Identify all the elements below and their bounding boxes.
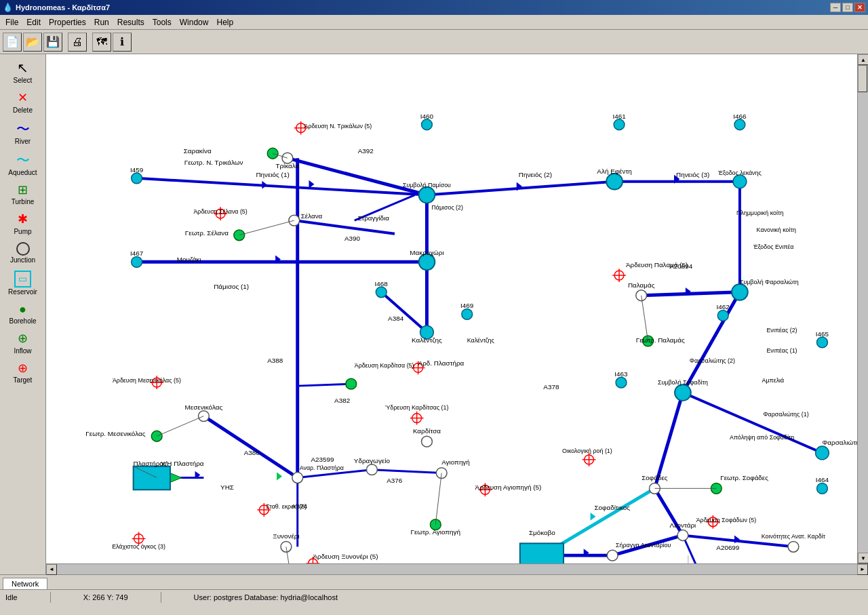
svg-text:Αλή Εφέντη: Αλή Εφέντη xyxy=(597,167,631,175)
save-button[interactable]: 💾 xyxy=(43,33,62,52)
pump-label: Pump xyxy=(14,228,31,235)
svg-point-111 xyxy=(677,530,688,541)
svg-text:Ενιπέας (2): Ενιπέας (2) xyxy=(766,327,797,334)
svg-text:Φαρσαλιώτης: Φαρσαλιώτης xyxy=(822,439,857,446)
svg-text:I469: I469 xyxy=(460,302,474,310)
svg-text:A386: A386 xyxy=(244,449,260,456)
svg-text:Ελάχιστος όγκος (3): Ελάχιστος όγκος (3) xyxy=(112,543,165,550)
minimize-button[interactable]: ─ xyxy=(830,3,841,12)
open-button[interactable]: 📂 xyxy=(23,33,42,52)
svg-rect-134 xyxy=(134,467,170,490)
scroll-track-h xyxy=(57,564,857,574)
svg-point-85 xyxy=(422,119,433,130)
svg-text:A382: A382 xyxy=(334,397,350,404)
status-coords: X: 266 Y: 749 xyxy=(83,593,128,601)
svg-text:Σταθ. εκροή (8): Σταθ. εκροή (8) xyxy=(266,503,307,510)
status-user-info: User: postgres Database: hydria@localhos… xyxy=(194,593,338,601)
scroll-left-button[interactable]: ◄ xyxy=(46,564,57,575)
svg-text:Φαρσαλιώτης (2): Φαρσαλιώτης (2) xyxy=(690,357,735,364)
svg-text:A23507: A23507 xyxy=(691,563,714,563)
svg-rect-136 xyxy=(520,543,564,563)
menu-edit[interactable]: Edit xyxy=(22,16,45,28)
svg-text:Μακρυχώρι: Μακρυχώρι xyxy=(410,249,443,256)
svg-text:Σμόκοβο: Σμόκοβο xyxy=(529,529,555,536)
svg-text:Καλέντζης: Καλέντζης xyxy=(412,336,442,344)
menu-tools[interactable]: Tools xyxy=(149,16,176,28)
svg-text:Άρδευση Αγιοπηγή (5): Άρδευση Αγιοπηγή (5) xyxy=(475,483,542,491)
delete-tool[interactable]: ✕ Delete xyxy=(3,88,43,117)
menu-help[interactable]: Help xyxy=(212,16,237,28)
svg-point-97 xyxy=(732,284,748,300)
svg-text:Πάμισος (1): Πάμισος (1) xyxy=(214,283,249,290)
app-title: Hydronomeas - Καρδίτσα7 xyxy=(16,3,830,12)
menu-bar: File Edit Properties Run Results Tools W… xyxy=(0,15,868,30)
aqueduct-tool[interactable]: 〜 Aqueduct xyxy=(3,149,43,179)
scroll-up-button[interactable]: ▲ xyxy=(858,54,868,65)
svg-text:Γεωτρ. Μεσενικόλας: Γεωτρ. Μεσενικόλας xyxy=(85,430,145,437)
svg-text:Καλέντζης: Καλέντζης xyxy=(467,337,494,344)
svg-text:I461: I461 xyxy=(612,113,626,120)
svg-text:Υδραγωγείο: Υδραγωγείο xyxy=(354,457,391,464)
horizontal-scrollbar[interactable]: ◄ ► xyxy=(46,563,868,574)
reservoir-label: Reservoir xyxy=(8,288,37,296)
window-buttons[interactable]: ─ □ ✕ xyxy=(830,3,865,12)
svg-text:Καρδίτσα: Καρδίτσα xyxy=(413,427,441,435)
svg-text:Άρδευση Ξυνονέρι (5): Άρδευση Ξυνονέρι (5) xyxy=(313,553,378,560)
svg-text:Συμβολή Παμίσου: Συμβολή Παμίσου xyxy=(403,182,451,189)
svg-text:A23599: A23599 xyxy=(311,456,334,463)
svg-text:Μεσενικόλας: Μεσενικόλας xyxy=(185,403,223,411)
svg-point-104 xyxy=(292,473,303,483)
svg-text:I459: I459 xyxy=(130,166,144,174)
maximize-button[interactable]: □ xyxy=(842,3,853,12)
svg-text:Γεωτρ. Ν. Τρικάλων: Γεωτρ. Ν. Τρικάλων xyxy=(184,159,243,166)
select-tool[interactable]: ↖ Select xyxy=(3,57,43,87)
svg-point-92 xyxy=(132,256,142,267)
svg-text:A20699: A20699 xyxy=(716,544,740,551)
svg-text:Ενιπέας (1): Ενιπέας (1) xyxy=(766,347,797,354)
scroll-right-button[interactable]: ► xyxy=(857,564,868,575)
vertical-scrollbar[interactable]: ▲ ▼ xyxy=(857,54,868,563)
title-bar: 💧 Hydronomeas - Καρδίτσα7 ─ □ ✕ xyxy=(0,0,868,15)
river-tool[interactable]: 〜 River xyxy=(3,118,43,148)
svg-point-102 xyxy=(198,411,209,422)
menu-run[interactable]: Run xyxy=(90,16,113,28)
tab-network[interactable]: Network xyxy=(3,578,47,589)
inflow-tool[interactable]: ⊕ Inflow xyxy=(3,329,43,357)
menu-results[interactable]: Results xyxy=(113,16,149,28)
pump-icon: ✱ xyxy=(18,212,28,227)
svg-point-87 xyxy=(734,119,745,130)
map-button[interactable]: 🗺 xyxy=(92,33,111,52)
svg-text:Συμβολή Φαρσαλιώτη: Συμβολή Φαρσαλιώτη xyxy=(740,279,799,285)
river-label: River xyxy=(15,138,31,145)
svg-text:Λεοντάρι: Λεοντάρι xyxy=(670,521,696,529)
svg-point-90 xyxy=(606,174,623,190)
close-button[interactable]: ✕ xyxy=(854,3,865,12)
delete-label: Delete xyxy=(13,106,33,114)
junction-tool[interactable]: Junction xyxy=(3,239,43,266)
svg-text:Παλαμάς: Παλαμάς xyxy=(628,281,655,289)
info-button[interactable]: ℹ xyxy=(113,33,132,52)
menu-file[interactable]: File xyxy=(1,16,22,28)
menu-properties[interactable]: Properties xyxy=(45,16,90,28)
pump-tool[interactable]: ✱ Pump xyxy=(3,210,43,238)
svg-text:Σοφάδες: Σοφάδες xyxy=(642,474,668,481)
reservoir-tool[interactable]: ▭ Reservoir xyxy=(3,268,43,298)
turbine-tool[interactable]: ⊞ Turbine xyxy=(3,180,43,209)
svg-text:I468: I468 xyxy=(375,280,389,287)
borehole-tool[interactable]: ● Borehole xyxy=(3,300,43,328)
print-button[interactable]: 🖨 xyxy=(68,33,87,52)
target-tool[interactable]: ⊕ Target xyxy=(3,359,43,387)
menu-window[interactable]: Window xyxy=(176,16,213,28)
aqueduct-icon: 〜 xyxy=(16,152,30,168)
svg-text:Άρδευση Μεσενικόλας (5): Άρδευση Μεσενικόλας (5) xyxy=(113,377,181,384)
scroll-down-button[interactable]: ▼ xyxy=(858,553,868,563)
svg-point-89 xyxy=(419,187,435,203)
network-canvas[interactable]: I460 I461 I466 I459 I467 I468 I469 I462 … xyxy=(46,54,857,563)
tab-bar: Network xyxy=(0,574,868,589)
toolbar: 📄 📂 💾 🖨 🗺 ℹ xyxy=(0,30,868,54)
svg-text:Άρδευση Ν. Τρικάλων (5): Άρδευση Ν. Τρικάλων (5) xyxy=(304,123,372,130)
svg-text:ΥΗΣ: ΥΗΣ xyxy=(220,483,234,491)
svg-text:Ύδρευση Καρδίτσας (1): Ύδρευση Καρδίτσας (1) xyxy=(385,404,449,411)
new-button[interactable]: 📄 xyxy=(3,33,22,52)
svg-text:Φαρσαλιώτης (1): Φαρσαλιώτης (1) xyxy=(763,411,808,418)
